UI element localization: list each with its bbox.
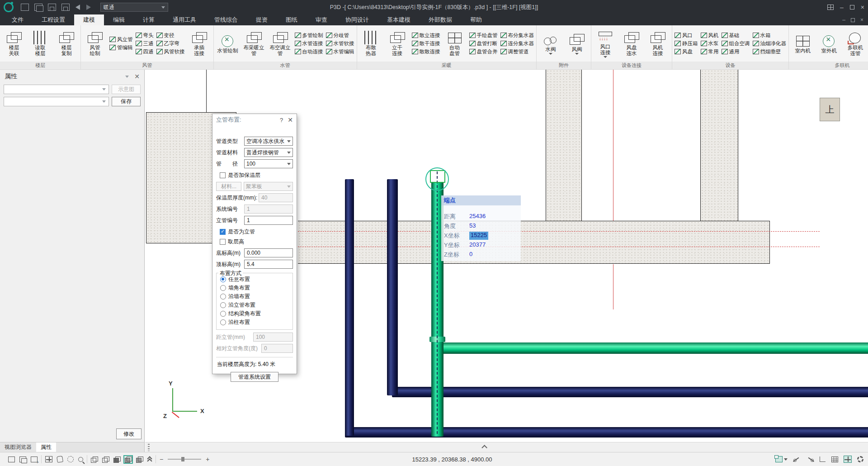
tab-view-browser[interactable]: 视图浏览器 — [0, 442, 36, 452]
zoom-in-icon[interactable]: + — [206, 456, 209, 463]
restore-icon[interactable] — [850, 5, 854, 10]
pipe-horizontal-supply[interactable] — [437, 342, 868, 354]
preview-button[interactable]: 示意图 — [112, 85, 141, 94]
pan-hand-icon[interactable] — [57, 456, 63, 463]
add-view-icon[interactable] — [31, 456, 38, 462]
ribbon-small-button[interactable]: 水管编辑 — [326, 48, 354, 55]
ribbon-small-button[interactable]: 风口 — [675, 32, 698, 39]
ribbon-small-button[interactable]: 多管绘制 — [295, 32, 323, 39]
move-mode-icon[interactable] — [844, 456, 851, 462]
ribbon-small-button[interactable]: 手绘盘管 — [469, 32, 498, 39]
ribbon-small-button[interactable]: 水泵 — [701, 40, 719, 47]
ribbon-small-button[interactable]: 通用 — [722, 48, 750, 55]
wall-band-horizontal[interactable] — [298, 221, 770, 264]
ribbon-button[interactable]: 承插 连接 — [187, 30, 212, 57]
pipe-riser-navy-2[interactable] — [387, 179, 398, 395]
ribbon-button[interactable]: 楼层 关联 — [1, 30, 27, 57]
placement-radio-2[interactable]: 墙角布置 — [217, 284, 292, 292]
ribbon-small-button[interactable]: 组合空调 — [722, 40, 750, 47]
orbit-icon[interactable] — [67, 456, 74, 462]
menu-item-6[interactable]: 通用工具 — [164, 14, 205, 25]
modify-button[interactable]: 修改 — [116, 428, 142, 439]
doc-close-icon[interactable]: × — [860, 17, 863, 23]
pipe-horizontal-return[interactable] — [392, 387, 868, 397]
settings-gear-icon[interactable] — [857, 456, 863, 462]
menu-item-4[interactable]: 编辑 — [104, 14, 134, 25]
tile-views-icon[interactable] — [19, 456, 26, 462]
panel-collapse-icon[interactable] — [125, 76, 129, 78]
ortho-mode-icon[interactable] — [820, 456, 826, 462]
minimize-icon[interactable]: – — [840, 4, 844, 10]
new-file-icon[interactable] — [21, 4, 29, 11]
ribbon-button[interactable]: 室内机 — [790, 33, 816, 54]
ribbon-small-button[interactable]: 水箱 — [753, 32, 787, 39]
ribbon-small-button[interactable]: 常用 — [701, 48, 719, 55]
ribbon-small-button[interactable]: 静压箱 — [675, 40, 698, 47]
doc-minimize-icon[interactable]: – — [842, 17, 845, 23]
tab-properties[interactable]: 属性 — [36, 442, 56, 452]
save-button[interactable]: 保存 — [112, 97, 141, 106]
placement-radio-6[interactable]: 沿柱布置 — [217, 318, 292, 327]
ribbon-small-button[interactable]: 管编辑 — [109, 44, 133, 51]
hidden-line-view-icon[interactable] — [102, 456, 109, 462]
menu-item-13[interactable]: 外部数据 — [420, 14, 461, 25]
angle-snap-icon[interactable] — [807, 456, 814, 462]
ribbon-small-button[interactable]: 四通 — [136, 48, 154, 55]
menu-item-11[interactable]: 协同设计 — [336, 14, 378, 25]
wall-vertical-right[interactable] — [700, 70, 738, 221]
menu-item-10[interactable]: 审查 — [307, 14, 336, 25]
menu-item-8[interactable]: 提资 — [247, 14, 277, 25]
menu-item-12[interactable]: 基本建模 — [378, 14, 420, 25]
ribbon-small-button[interactable]: 散干连接 — [412, 40, 440, 47]
close-icon[interactable]: × — [861, 4, 864, 10]
zoom-icon[interactable] — [78, 457, 83, 462]
ribbon-button[interactable]: 楼层 复制 — [54, 30, 79, 57]
top-elevation-input[interactable]: 5.4 — [244, 260, 293, 269]
material-select[interactable]: 普通焊接钢管 — [244, 148, 293, 157]
ribbon-small-button[interactable]: 三通 — [136, 40, 154, 47]
diameter-select[interactable]: 100 — [244, 159, 293, 168]
property-combo-2[interactable] — [4, 97, 109, 106]
ribbon-button[interactable]: 风口 连接 — [593, 29, 618, 58]
ribbon-small-button[interactable]: 散散连接 — [412, 48, 440, 55]
menu-item-7[interactable]: 管线综合 — [205, 14, 247, 25]
strip-grip-icon[interactable] — [148, 444, 150, 451]
menu-item-9[interactable]: 图纸 — [277, 14, 307, 25]
ribbon-small-button[interactable]: 变径 — [156, 32, 185, 39]
ribbon-button[interactable]: 读取 楼层 — [28, 30, 53, 57]
shaded-edges-view-icon[interactable] — [113, 456, 120, 462]
layout-grid-icon[interactable] — [827, 5, 834, 10]
polar-snap-icon[interactable] — [793, 456, 801, 462]
ribbon-small-button[interactable]: 连分集水器 — [500, 40, 534, 47]
ribbon-small-button[interactable]: 分歧管 — [326, 32, 354, 39]
ribbon-button[interactable]: 自动 盘管 — [442, 30, 467, 57]
zoom-out-icon[interactable]: − — [160, 456, 163, 463]
ribbon-small-button[interactable]: 挡烟垂壁 — [753, 48, 787, 55]
pan-extents-icon[interactable] — [45, 456, 52, 462]
pipe-riser-navy-1[interactable] — [345, 179, 354, 436]
doc-restore-icon[interactable] — [851, 18, 855, 22]
ribbon-button[interactable]: 室外机 — [816, 33, 842, 54]
save-icon[interactable] — [48, 4, 56, 11]
ribbon-button[interactable]: 立干 连接 — [385, 30, 410, 57]
help-icon[interactable]: ? — [275, 117, 288, 124]
menu-item-3[interactable]: 建模 — [74, 14, 104, 25]
menu-item-5[interactable]: 计算 — [134, 14, 164, 25]
insulation-checkbox[interactable] — [220, 172, 226, 178]
open-file-icon[interactable] — [34, 4, 42, 11]
ribbon-small-button[interactable]: 散立连接 — [412, 32, 440, 39]
take-floor-height-checkbox[interactable] — [220, 239, 226, 245]
ribbon-small-button[interactable]: 水管连接 — [295, 40, 323, 47]
north-indicator[interactable]: 上 — [820, 98, 840, 121]
ribbon-small-button[interactable]: 盘管合并 — [469, 48, 498, 55]
ribbon-small-button[interactable]: 油烟净化器 — [753, 40, 787, 47]
riser-no-input[interactable]: 1 — [244, 216, 293, 225]
property-combo-1[interactable] — [4, 85, 109, 94]
ribbon-small-button[interactable]: 风立管 — [109, 36, 133, 43]
menu-item-14[interactable]: 帮助 — [461, 14, 491, 25]
ribbon-button[interactable]: 风机 连接 — [645, 30, 670, 57]
selection-mode-icon[interactable] — [775, 456, 783, 462]
ribbon-small-button[interactable]: 基础 — [722, 32, 750, 39]
ribbon-small-button[interactable]: 风盘 — [675, 48, 698, 55]
menu-item-2[interactable]: 工程设置 — [33, 14, 74, 25]
